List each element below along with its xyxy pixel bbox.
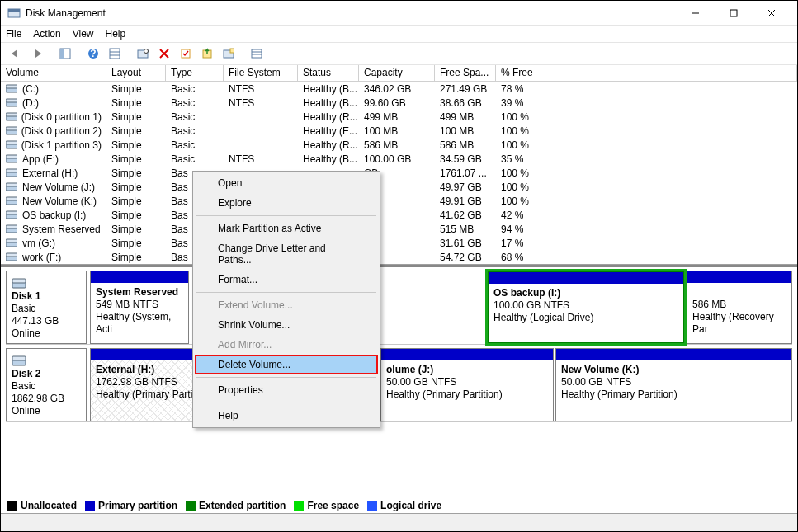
disk-header-2[interactable]: Disk 2 Basic 1862.98 GB Online — [6, 348, 87, 421]
volume-row[interactable]: (Disk 0 partition 1)SimpleBasicHealthy (… — [1, 110, 797, 124]
volume-capacity: 499 MB — [359, 111, 435, 123]
ctx-add-mirror: Add Mirror... — [195, 335, 378, 355]
ctx-help[interactable]: Help — [195, 406, 378, 426]
col-layout[interactable]: Layout — [106, 65, 166, 81]
volume-icon — [6, 154, 19, 164]
svg-rect-53 — [12, 356, 26, 360]
col-status[interactable]: Status — [298, 65, 359, 81]
volume-capacity: 99.60 GB — [359, 97, 435, 109]
ctx-shrink-volume[interactable]: Shrink Volume... — [195, 315, 378, 335]
disk-graphical-view[interactable]: Disk 1 Basic 447.13 GB Online System Res… — [1, 265, 797, 438]
col-volume[interactable]: Volume — [1, 65, 106, 81]
legend: Unallocated Primary partition Extended p… — [1, 497, 797, 513]
list-view-icon[interactable] — [247, 45, 267, 63]
volume-icon — [6, 84, 19, 94]
minimize-button[interactable] — [677, 1, 715, 26]
col-capacity[interactable]: Capacity — [359, 65, 435, 81]
volume-type: Basic — [166, 111, 224, 123]
volume-layout: Simple — [106, 181, 166, 193]
volume-row[interactable]: System ReservedSimpleBas515 MB94 % — [1, 222, 797, 236]
disk-row-2: Disk 2 Basic 1862.98 GB Online External … — [6, 348, 792, 422]
disk-type: Basic — [12, 380, 81, 392]
col-pctfree[interactable]: % Free — [496, 65, 545, 81]
partition-new-volume-k[interactable]: New Volume (K:) 50.00 GB NTFS Healthy (P… — [555, 348, 792, 421]
rescan-icon[interactable] — [197, 45, 217, 63]
ctx-explore[interactable]: Explore — [195, 193, 378, 213]
close-button[interactable] — [753, 1, 791, 26]
volume-list-header: Volume Layout Type File System Status Ca… — [1, 65, 797, 82]
volume-status: Healthy (R... — [298, 111, 359, 123]
volume-name: (C:) — [22, 83, 39, 95]
legend-free: Free space — [294, 500, 359, 511]
svg-rect-29 — [6, 113, 17, 116]
forward-button[interactable] — [27, 45, 47, 63]
action-icon[interactable] — [219, 45, 238, 63]
volume-icon — [6, 112, 18, 122]
help-button[interactable]: ? — [83, 45, 103, 63]
delete-icon[interactable] — [154, 45, 174, 63]
partition-name: System Reserved — [96, 286, 183, 299]
ctx-change-letter[interactable]: Change Drive Letter and Paths... — [195, 238, 378, 270]
ctx-properties[interactable]: Properties — [195, 380, 378, 400]
svg-rect-37 — [6, 169, 17, 172]
settings-view-button[interactable] — [105, 45, 125, 63]
partition-name: olume (J:) — [386, 364, 548, 376]
col-type[interactable]: Type — [166, 65, 224, 81]
volume-layout: Simple — [106, 125, 166, 137]
partition-size: 549 MB NTFS — [96, 299, 183, 311]
menu-view[interactable]: View — [73, 28, 94, 40]
partition-size: 50.00 GB NTFS — [561, 376, 786, 388]
volume-icon — [6, 224, 19, 234]
volume-row[interactable]: New Volume (J:)SimpleBasB49.97 GB100 % — [1, 180, 797, 194]
col-filesystem[interactable]: File System — [224, 65, 298, 81]
status-bar — [1, 513, 797, 531]
volume-row[interactable]: External (H:)SimpleBasGB1761.07 ...100 % — [1, 166, 797, 180]
volume-pct: 39 % — [496, 97, 545, 109]
volume-row[interactable]: vm (G:)SimpleBasB31.61 GB17 % — [1, 236, 797, 250]
disk-icon — [12, 355, 26, 367]
menu-help[interactable]: Help — [106, 28, 126, 40]
volume-free: 41.62 GB — [435, 210, 496, 221]
volume-type: Basic — [166, 83, 224, 95]
refresh-button[interactable] — [133, 45, 153, 63]
volume-layout: Simple — [106, 153, 166, 165]
back-button[interactable] — [6, 45, 26, 63]
volume-type: Basic — [166, 97, 224, 109]
ctx-delete-volume[interactable]: Delete Volume... — [195, 355, 378, 374]
partition-recovery[interactable]: 586 MB Healthy (Recovery Par — [687, 271, 792, 344]
ctx-extend-volume: Extend Volume... — [195, 295, 378, 315]
col-free[interactable]: Free Spa... — [435, 65, 496, 81]
disk-header-1[interactable]: Disk 1 Basic 447.13 GB Online — [6, 271, 87, 344]
volume-status: Healthy (B... — [298, 83, 359, 95]
svg-rect-47 — [6, 239, 17, 242]
ctx-open[interactable]: Open — [195, 173, 378, 193]
svg-rect-7 — [60, 49, 64, 59]
partition-system-reserved[interactable]: System Reserved 549 MB NTFS Healthy (Sys… — [90, 271, 189, 344]
volume-row[interactable]: OS backup (I:)SimpleBasB41.62 GB42 % — [1, 208, 797, 222]
volume-row[interactable]: (Disk 1 partition 3)SimpleBasicHealthy (… — [1, 138, 797, 152]
svg-rect-27 — [6, 99, 17, 102]
volume-row[interactable]: (C:)SimpleBasicNTFSHealthy (B...346.02 G… — [1, 82, 797, 96]
volume-pct: 68 % — [496, 252, 545, 263]
extended-partition-selected[interactable]: OS backup (I:) 100.00 GB NTFS Healthy (L… — [487, 271, 685, 344]
volume-name: OS backup (I:) — [22, 210, 86, 221]
volume-row[interactable]: (Disk 0 partition 2)SimpleBasicHealthy (… — [1, 124, 797, 138]
ctx-mark-active[interactable]: Mark Partition as Active — [195, 219, 378, 238]
partition-new-volume-j[interactable]: olume (J:) 50.00 GB NTFS Healthy (Primar… — [380, 348, 554, 421]
volume-row[interactable]: (D:)SimpleBasicNTFSHealthy (B...99.60 GB… — [1, 96, 797, 110]
menu-file[interactable]: File — [6, 28, 21, 40]
volume-icon — [6, 98, 19, 108]
menu-action[interactable]: Action — [33, 28, 60, 40]
apply-icon[interactable] — [176, 45, 196, 63]
show-hide-console-button[interactable] — [55, 45, 75, 63]
maximize-button[interactable] — [715, 1, 753, 26]
ctx-format[interactable]: Format... — [195, 270, 378, 290]
volume-free: 38.66 GB — [435, 97, 496, 109]
volume-name: New Volume (J:) — [22, 181, 95, 193]
volume-name: App (E:) — [22, 153, 59, 165]
volume-row[interactable]: New Volume (K:)SimpleBasB49.91 GB100 % — [1, 194, 797, 208]
volume-free: 499 MB — [435, 111, 496, 123]
volume-row[interactable]: work (F:)SimpleBasB54.72 GB68 % — [1, 250, 797, 264]
window-title: Disk Management — [26, 7, 677, 19]
volume-row[interactable]: App (E:)SimpleBasicNTFSHealthy (B...100.… — [1, 152, 797, 166]
